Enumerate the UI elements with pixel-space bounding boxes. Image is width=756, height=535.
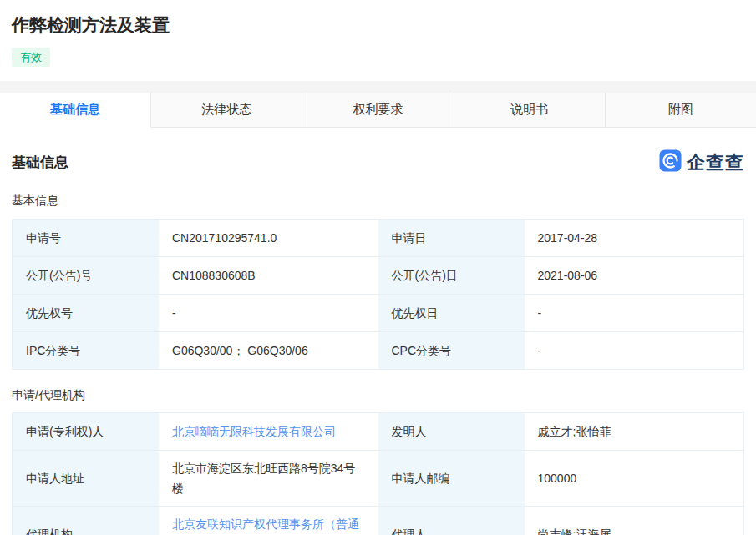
table-row: IPC分类号G06Q30/00； G06Q30/06CPC分类号-	[13, 332, 743, 370]
field-value: CN201710295741.0	[159, 220, 378, 256]
section-header: 基础信息 企查查	[12, 149, 744, 175]
main-content: 基础信息 企查查 基本信息 申请号CN201710295741.0申请日2017…	[0, 149, 756, 535]
brand-logo-text: 企查查	[687, 150, 744, 175]
basic-info-table: 申请号CN201710295741.0申请日2017-04-28公开(公告)号C…	[12, 219, 744, 370]
field-value: 尚志峰;汪海屏	[525, 507, 744, 535]
agency-table: 申请(专利权)人北京嘀嘀无限科技发展有限公司发明人戚立才;张怡菲申请人地址北京市…	[12, 412, 744, 535]
table-row: 申请人地址北京市海淀区东北旺西路8号院34号楼申请人邮编100000	[13, 451, 743, 507]
separator-band	[0, 81, 756, 93]
field-value: 北京友联知识产权代理事务所（普通合伙）	[159, 507, 378, 535]
field-label: 优先权日	[378, 295, 525, 331]
subsection-basic-info: 基本信息	[12, 194, 744, 209]
tab-附图[interactable]: 附图	[606, 93, 756, 128]
field-label: 申请人邮编	[378, 451, 525, 506]
brand-watermark: 企查查	[659, 149, 744, 175]
table-row: 申请(专利权)人北京嘀嘀无限科技发展有限公司发明人戚立才;张怡菲	[13, 413, 743, 451]
table-row: 优先权号-优先权日-	[13, 295, 743, 332]
tab-说明书[interactable]: 说明书	[454, 93, 606, 128]
field-label: 发明人	[378, 413, 525, 450]
field-value: 戚立才;张怡菲	[525, 413, 744, 450]
field-value: -	[159, 295, 378, 331]
field-value: 2021-08-06	[525, 257, 744, 294]
field-label: CPC分类号	[378, 332, 525, 369]
tab-权利要求[interactable]: 权利要求	[302, 93, 454, 128]
field-label: 申请日	[378, 220, 525, 256]
field-label: IPC分类号	[13, 332, 159, 369]
field-value: 北京市海淀区东北旺西路8号院34号楼	[159, 451, 378, 506]
field-value: 北京嘀嘀无限科技发展有限公司	[159, 413, 378, 450]
subsection-agency: 申请/代理机构	[12, 388, 744, 403]
field-label: 优先权号	[13, 295, 159, 331]
table-row: 代理机构北京友联知识产权代理事务所（普通合伙）代理人尚志峰;汪海屏	[13, 507, 743, 535]
field-label: 代理人	[378, 507, 525, 535]
field-value: CN108830608B	[159, 257, 378, 294]
table-row: 申请号CN201710295741.0申请日2017-04-28	[13, 220, 743, 257]
page-title: 作弊检测方法及装置	[12, 13, 744, 37]
field-value: -	[525, 332, 744, 369]
qichacha-logo-icon	[659, 149, 682, 175]
field-label: 申请(专利权)人	[13, 413, 159, 450]
tab-bar: 基础信息法律状态权利要求说明书附图	[0, 93, 756, 128]
field-value: -	[525, 295, 744, 331]
field-value: 2017-04-28	[525, 220, 744, 256]
field-label: 公开(公告)日	[378, 257, 525, 294]
tab-法律状态[interactable]: 法律状态	[151, 93, 302, 128]
tab-基础信息[interactable]: 基础信息	[0, 93, 151, 128]
table-row: 公开(公告)号CN108830608B公开(公告)日2021-08-06	[13, 257, 743, 295]
section-title: 基础信息	[12, 153, 68, 172]
field-label: 公开(公告)号	[13, 257, 159, 294]
entity-link[interactable]: 北京友联知识产权代理事务所（普通合伙）	[172, 514, 367, 535]
field-value: G06Q30/00； G06Q30/06	[159, 332, 378, 369]
field-label: 代理机构	[13, 507, 159, 535]
entity-link[interactable]: 北京嘀嘀无限科技发展有限公司	[172, 421, 336, 442]
field-label: 申请号	[13, 220, 159, 256]
field-value: 100000	[525, 451, 744, 506]
status-badge: 有效	[12, 48, 50, 67]
page-header: 作弊检测方法及装置 有效	[0, 0, 756, 81]
field-label: 申请人地址	[13, 451, 159, 506]
